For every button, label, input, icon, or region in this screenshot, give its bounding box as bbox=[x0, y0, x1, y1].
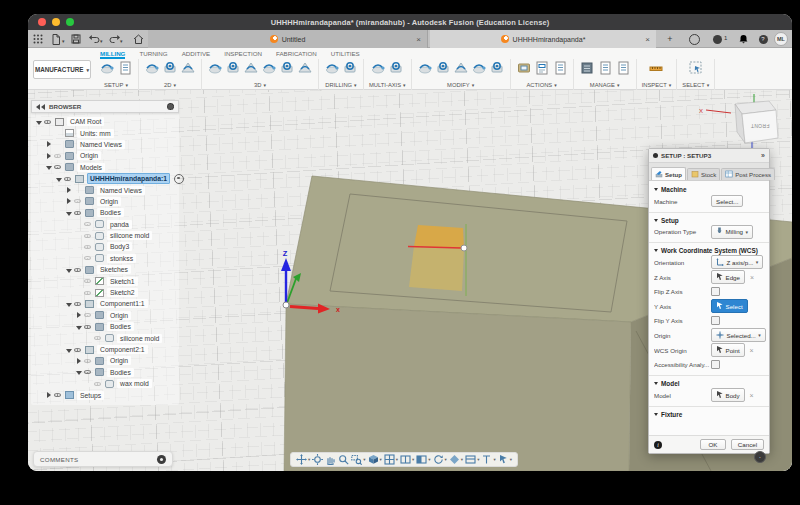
duplicate-doc-icon[interactable] bbox=[615, 60, 631, 80]
tree-item-sketches[interactable]: Sketches bbox=[31, 264, 179, 275]
tree-item-units-mm[interactable]: Units: mm bbox=[31, 127, 179, 138]
setup-dialog-header[interactable]: SETUP : SETUP3 » bbox=[649, 149, 769, 163]
document-tab-untitled[interactable]: Untitled × bbox=[148, 30, 428, 48]
tree-item-sketch1[interactable]: Sketch1 bbox=[31, 275, 179, 286]
workspace-tab-additive[interactable]: ADDITIVE bbox=[182, 51, 211, 59]
selection-pick-button[interactable]: Select bbox=[711, 299, 748, 313]
ribbon-group-label[interactable]: MULTI-AXIS▾ bbox=[369, 82, 406, 88]
checkbox[interactable] bbox=[711, 287, 720, 296]
3d-adaptive-icon[interactable] bbox=[207, 60, 223, 80]
chevron-down-icon[interactable]: ▾ bbox=[493, 457, 495, 462]
swarf-icon[interactable] bbox=[370, 60, 386, 80]
expand-arrow-icon[interactable] bbox=[65, 209, 73, 217]
chevron-down-icon[interactable]: ▾ bbox=[510, 457, 512, 462]
viewport-canvas[interactable]: Z x FRONT X BROWSER CAM RootUnits: bbox=[28, 90, 792, 471]
tree-item-wax-mold[interactable]: wax mold bbox=[31, 378, 179, 389]
nc-program-icon[interactable] bbox=[597, 60, 613, 80]
tree-item-silicone-mold[interactable]: silicone mold bbox=[31, 332, 179, 343]
workspace-tab-inspection[interactable]: INSPECTION bbox=[224, 51, 262, 59]
tree-item-models[interactable]: Models bbox=[31, 162, 179, 173]
simulate-icon[interactable] bbox=[516, 60, 532, 80]
ribbon-group-label[interactable]: SELECT▾ bbox=[682, 82, 709, 88]
dropdown[interactable]: Z axis/p...▾ bbox=[711, 255, 763, 269]
section-header-fixture[interactable]: Fixture bbox=[654, 411, 764, 418]
chevron-down-icon[interactable]: ▾ bbox=[308, 457, 310, 462]
dialog-tab-setup[interactable]: Setup bbox=[651, 167, 686, 180]
measure-icon[interactable] bbox=[648, 60, 664, 80]
visibility-eye-icon[interactable] bbox=[53, 391, 63, 400]
tree-item-body3[interactable]: Body3 bbox=[31, 241, 179, 252]
data-panel-icon[interactable] bbox=[32, 33, 44, 45]
selection-pick-button[interactable]: Edge bbox=[711, 270, 745, 284]
visibility-eye-icon[interactable] bbox=[83, 254, 93, 263]
chevron-down-icon[interactable]: ▾ bbox=[396, 457, 398, 462]
workspace-switcher-button[interactable]: MANUFACTURE▾ bbox=[33, 60, 91, 79]
dialog-tab-post-process[interactable]: Post Process bbox=[721, 168, 775, 180]
setup-sheet-icon[interactable] bbox=[117, 60, 133, 80]
tree-item-uhhhhmirandapanda-1[interactable]: UHHHHmirandapanda:1 bbox=[31, 173, 179, 184]
probe-geometry-icon[interactable] bbox=[489, 60, 505, 80]
new-tab-button[interactable]: + bbox=[663, 32, 677, 46]
comments-toggle-icon[interactable] bbox=[157, 455, 166, 464]
clear-selection-icon[interactable]: × bbox=[750, 274, 754, 281]
visibility-eye-icon[interactable] bbox=[73, 345, 83, 354]
checkbox[interactable] bbox=[711, 360, 720, 369]
visibility-eye-icon[interactable] bbox=[53, 163, 63, 172]
tree-item-component2-1[interactable]: Component2:1 bbox=[31, 344, 179, 355]
dialog-expand-icon[interactable]: » bbox=[761, 152, 765, 159]
info-icon[interactable]: i bbox=[654, 441, 662, 449]
visibility-eye-icon[interactable] bbox=[83, 322, 93, 331]
stock-highlight-lower[interactable] bbox=[409, 246, 464, 291]
dialog-tab-stock[interactable]: Stock bbox=[687, 168, 720, 180]
visual-style-icon[interactable]: ▾ bbox=[416, 454, 430, 465]
ribbon-group-label[interactable]: 3D▾ bbox=[254, 82, 266, 88]
workspace-tab-fabrication[interactable]: FABRICATION bbox=[276, 51, 317, 59]
chevron-down-icon[interactable]: ▾ bbox=[412, 457, 414, 462]
expand-arrow-icon[interactable] bbox=[75, 323, 83, 331]
clear-selection-icon[interactable]: × bbox=[750, 392, 754, 399]
expand-arrow-icon[interactable] bbox=[45, 391, 53, 399]
spiral-icon[interactable] bbox=[297, 60, 313, 80]
setup-sheet-doc-icon[interactable] bbox=[552, 60, 568, 80]
chevron-down-icon[interactable]: ▾ bbox=[380, 457, 382, 462]
visibility-eye-icon[interactable] bbox=[83, 242, 93, 251]
close-window-button[interactable] bbox=[38, 18, 46, 26]
visibility-eye-icon[interactable] bbox=[93, 379, 103, 388]
new-setup-icon[interactable] bbox=[99, 60, 115, 80]
delete-toolpath-icon[interactable] bbox=[435, 60, 451, 80]
active-component-radio-icon[interactable] bbox=[174, 174, 184, 184]
visibility-eye-icon[interactable] bbox=[73, 299, 83, 308]
ribbon-group-label[interactable]: INSPECT▾ bbox=[642, 82, 672, 88]
tree-item-origin[interactable]: Origin bbox=[31, 150, 179, 161]
ribbon-group-label[interactable]: 2D▾ bbox=[164, 82, 176, 88]
tree-item-component1-1[interactable]: Component1:1 bbox=[31, 298, 179, 309]
clear-selection-icon[interactable]: × bbox=[750, 347, 754, 354]
section-header-work-coordinate-system-wcs-[interactable]: Work Coordinate System (WCS) bbox=[654, 247, 764, 254]
save-icon[interactable] bbox=[70, 33, 82, 45]
expand-arrow-icon[interactable] bbox=[75, 357, 83, 365]
look-at-icon[interactable] bbox=[312, 454, 323, 465]
tree-item-sketch2[interactable]: Sketch2 bbox=[31, 287, 179, 298]
scallop-icon[interactable] bbox=[279, 60, 295, 80]
chevron-down-icon[interactable]: ▾ bbox=[428, 457, 430, 462]
expand-arrow-icon[interactable] bbox=[65, 186, 73, 194]
zoom-window-icon[interactable]: ▾ bbox=[351, 454, 365, 465]
section-header-machine[interactable]: Machine bbox=[654, 186, 764, 193]
collapse-panel-icon[interactable] bbox=[36, 104, 45, 110]
minimize-window-button[interactable] bbox=[52, 18, 60, 26]
visibility-eye-icon[interactable] bbox=[73, 208, 83, 217]
browser-gear-icon[interactable] bbox=[167, 103, 174, 110]
optimize-feeds-icon[interactable] bbox=[471, 60, 487, 80]
chevron-down-icon[interactable]: ▾ bbox=[461, 457, 463, 462]
text-commands-icon[interactable]: ▾ bbox=[481, 454, 495, 465]
redo-icon[interactable] bbox=[108, 33, 120, 45]
visibility-eye-icon[interactable] bbox=[63, 174, 73, 183]
orbit-icon[interactable]: ▾ bbox=[296, 454, 310, 465]
visibility-eye-icon[interactable] bbox=[83, 356, 93, 365]
undo-caret[interactable]: ▾ bbox=[100, 38, 103, 44]
ribbon-group-label[interactable]: MANAGE▾ bbox=[590, 82, 620, 88]
select-button[interactable]: Select... bbox=[711, 195, 743, 207]
cancel-button[interactable]: Cancel bbox=[731, 439, 764, 450]
ok-button[interactable]: OK bbox=[700, 439, 726, 450]
tree-item-origin[interactable]: Origin bbox=[31, 355, 179, 366]
